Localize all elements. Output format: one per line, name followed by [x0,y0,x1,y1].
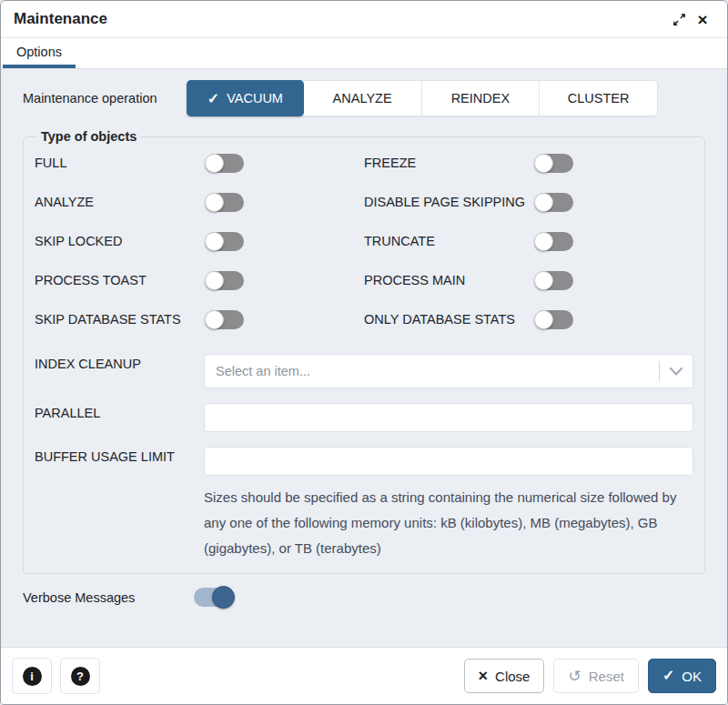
toggle-field-full: FULL [35,144,364,183]
toggle-switch-truncate[interactable] [535,232,573,251]
tab-bar: Options [1,38,727,69]
close-x-icon: × [479,668,489,684]
toggle-field-analyze: ANALYZE [35,183,364,222]
toggle-knob [205,193,224,212]
buffer-usage-limit-input[interactable] [204,447,693,476]
maintenance-operation-label: Maintenance operation [23,88,187,108]
operation-button-group: ✓ VACUUM ANALYZE REINDEX CLUSTER [187,80,658,116]
dialog-footer: i ? × Close ↺ Reset ✓ OK [1,647,727,704]
dialog-header: Maintenance × [1,1,727,38]
toggle-switch-freeze[interactable] [535,154,573,173]
operation-button-analyze[interactable]: ANALYZE [304,81,422,116]
toggle-knob [534,232,553,251]
check-icon: ✓ [207,90,219,107]
toggle-label: DISABLE PAGE SKIPPING [364,194,528,212]
toggle-grid: FULL FREEZE ANALYZE DISABLE PAGE SKIPPIN… [35,144,693,339]
toggle-knob [205,154,224,173]
index-cleanup-row: INDEX CLEANUP Select an item... [35,354,693,388]
toggle-label: SKIP LOCKED [35,233,198,251]
operation-button-label: CLUSTER [568,91,630,106]
operation-button-cluster[interactable]: CLUSTER [540,81,657,116]
toggle-knob [534,310,553,329]
help-button[interactable]: ? [60,658,100,694]
toggle-switch-full[interactable] [206,154,244,173]
toggle-switch-process-main[interactable] [535,271,573,290]
parallel-label: PARALLEL [35,403,204,423]
toggle-field-truncate: TRUNCATE [364,222,693,261]
toggle-label: PROCESS MAIN [364,272,528,290]
toggle-label: ANALYZE [35,194,198,212]
toggle-knob [205,271,224,290]
index-cleanup-select[interactable]: Select an item... [204,354,693,388]
toggle-switch-only-database-stats[interactable] [535,310,573,329]
dialog-content: Maintenance operation ✓ VACUUM ANALYZE R… [1,69,727,647]
toggle-label: TRUNCATE [364,233,528,251]
toggle-knob [534,271,553,290]
toggle-switch-disable-page-skipping[interactable] [535,193,573,212]
dialog-title: Maintenance [14,10,107,28]
maintenance-operation-row: Maintenance operation ✓ VACUUM ANALYZE R… [23,80,705,116]
tab-options[interactable]: Options [3,38,76,68]
operation-button-label: REINDEX [451,91,510,106]
operation-button-label: ANALYZE [333,91,392,106]
maintenance-dialog: Maintenance × Options Maintenance operat… [0,0,728,705]
buffer-usage-limit-label: BUFFER USAGE LIMIT [35,447,204,467]
toggle-label: FULL [35,155,198,173]
toggle-switch-skip-database-stats[interactable] [206,310,244,329]
toggle-field-only-database-stats: ONLY DATABASE STATS [364,300,693,339]
toggle-switch-process-toast[interactable] [206,271,244,290]
parallel-row: PARALLEL [35,403,693,432]
ok-button[interactable]: ✓ OK [648,659,716,693]
reset-button[interactable]: ↺ Reset [553,659,638,693]
info-icon: i [23,667,42,686]
close-button[interactable]: × Close [464,659,545,693]
verbose-messages-label: Verbose Messages [23,590,194,605]
maximize-icon[interactable] [667,7,691,31]
toggle-knob [205,310,224,329]
question-icon: ? [71,667,90,686]
toggle-switch-skip-locked[interactable] [206,232,244,251]
toggle-field-process-toast: PROCESS TOAST [35,261,364,300]
reset-icon: ↺ [568,669,581,684]
toggle-knob [205,232,224,251]
toggle-label: ONLY DATABASE STATS [364,311,528,329]
type-of-objects-legend: Type of objects [36,129,141,144]
toggle-field-disable-page-skipping: DISABLE PAGE SKIPPING [364,183,693,222]
select-placeholder: Select an item... [216,364,659,378]
toggle-switch-analyze[interactable] [206,193,244,212]
parallel-input[interactable] [204,403,693,432]
toggle-label: PROCESS TOAST [35,272,198,290]
operation-button-vacuum[interactable]: ✓ VACUUM [187,80,304,116]
verbose-messages-switch[interactable] [194,588,232,607]
toggle-field-skip-database-stats: SKIP DATABASE STATS [35,300,364,339]
reset-button-label: Reset [589,669,624,684]
toggle-field-process-main: PROCESS MAIN [364,261,693,300]
buffer-usage-limit-help-text: Sizes should be specified as a string co… [204,485,693,560]
toggle-label: SKIP DATABASE STATS [35,311,198,329]
toggle-knob [534,154,553,173]
operation-button-reindex[interactable]: REINDEX [422,81,541,116]
buffer-usage-limit-row: BUFFER USAGE LIMIT [35,447,693,476]
toggle-label: FREEZE [364,155,528,173]
toggle-field-skip-locked: SKIP LOCKED [35,222,364,261]
toggle-field-freeze: FREEZE [364,144,693,183]
chevron-down-icon [660,368,693,376]
type-of-objects-fieldset: Type of objects FULL FREEZE ANALYZE DISA… [23,129,705,574]
sql-info-button[interactable]: i [12,658,52,694]
ok-button-label: OK [682,669,702,684]
close-icon[interactable]: × [691,7,714,31]
toggle-knob [534,193,553,212]
check-icon: ✓ [662,669,674,683]
operation-button-label: VACUUM [227,91,283,106]
index-cleanup-label: INDEX CLEANUP [35,354,204,374]
close-button-label: Close [495,669,530,684]
verbose-messages-row: Verbose Messages [23,588,705,607]
toggle-knob [212,586,235,609]
